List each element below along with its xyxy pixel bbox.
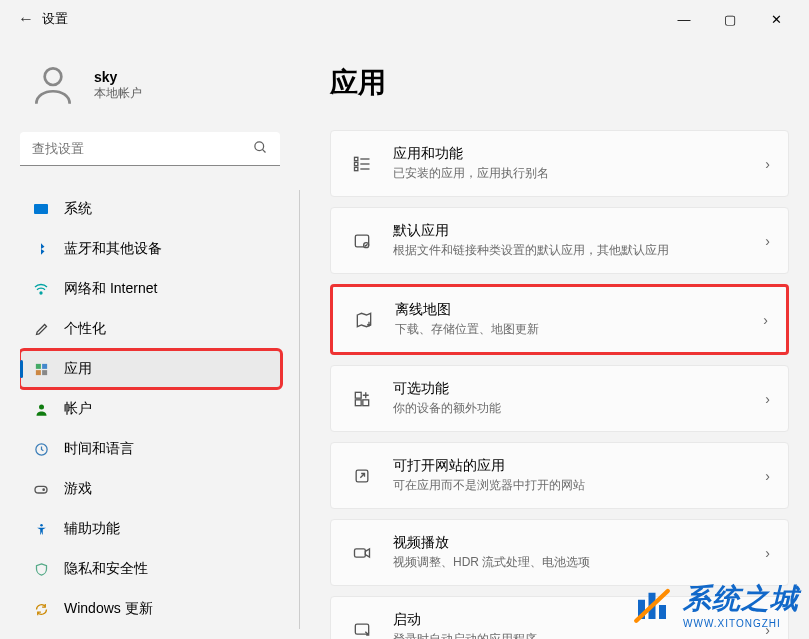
gamepad-icon	[32, 480, 50, 498]
sidebar-item-label: 游戏	[64, 480, 92, 498]
chevron-right-icon: ›	[765, 156, 770, 172]
sidebar-item-label: 帐户	[64, 400, 92, 418]
window-title: 设置	[42, 10, 68, 28]
card-sub: 可在应用而不是浏览器中打开的网站	[393, 477, 765, 494]
svg-rect-13	[355, 157, 358, 160]
card-optional-features[interactable]: 可选功能 你的设备的额外功能 ›	[330, 365, 789, 432]
sidebar-item-gaming[interactable]: 游戏	[20, 470, 281, 508]
svg-point-1	[255, 141, 264, 150]
svg-point-11	[43, 489, 44, 490]
sidebar-item-personalization[interactable]: 个性化	[20, 310, 281, 348]
sidebar-item-bluetooth[interactable]: 蓝牙和其他设备	[20, 230, 281, 268]
brush-icon	[32, 320, 50, 338]
chevron-right-icon: ›	[765, 233, 770, 249]
svg-rect-10	[35, 486, 47, 493]
map-download-icon	[351, 310, 377, 330]
bluetooth-icon	[32, 240, 50, 258]
svg-point-8	[39, 404, 44, 409]
card-title: 启动	[393, 611, 765, 629]
sidebar-item-label: 系统	[64, 200, 92, 218]
card-video-playback[interactable]: 视频播放 视频调整、HDR 流式处理、电池选项 ›	[330, 519, 789, 586]
sidebar-item-label: 网络和 Internet	[64, 280, 157, 298]
close-button[interactable]: ✕	[753, 4, 799, 34]
sidebar: sky 本地帐户 系统 蓝牙和其他设备	[0, 38, 300, 639]
wifi-icon	[32, 280, 50, 298]
card-website-apps[interactable]: 可打开网站的应用 可在应用而不是浏览器中打开的网站 ›	[330, 442, 789, 509]
display-icon	[32, 200, 50, 218]
sidebar-item-accessibility[interactable]: 辅助功能	[20, 510, 281, 548]
sidebar-item-network[interactable]: 网络和 Internet	[20, 270, 281, 308]
card-list: 应用和功能 已安装的应用，应用执行别名 › 默认应用 根据文件和链接种类设置的默…	[330, 130, 789, 639]
svg-point-12	[40, 523, 43, 526]
sidebar-item-label: 时间和语言	[64, 440, 134, 458]
main-content: 应用 应用和功能 已安装的应用，应用执行别名 › 默认应用 根据文件和链接种类	[300, 38, 809, 639]
svg-rect-23	[363, 399, 369, 405]
svg-rect-15	[355, 162, 358, 165]
chevron-right-icon: ›	[763, 312, 768, 328]
shield-icon	[32, 560, 50, 578]
chevron-right-icon: ›	[765, 622, 770, 638]
sidebar-item-apps[interactable]: 应用	[20, 350, 281, 388]
svg-rect-17	[355, 167, 358, 170]
sidebar-item-label: Windows 更新	[64, 600, 153, 618]
card-sub: 你的设备的额外功能	[393, 400, 765, 417]
card-offline-maps[interactable]: 离线地图 下载、存储位置、地图更新 ›	[330, 284, 789, 355]
page-title: 应用	[330, 64, 789, 102]
search-icon	[253, 140, 268, 158]
card-startup[interactable]: 启动 登录时自动启动的应用程序 ›	[330, 596, 789, 639]
sidebar-item-system[interactable]: 系统	[20, 190, 281, 228]
svg-point-3	[40, 292, 42, 294]
back-button[interactable]: ←	[10, 10, 42, 28]
svg-rect-25	[355, 548, 366, 556]
card-title: 离线地图	[395, 301, 763, 319]
sidebar-item-label: 辅助功能	[64, 520, 120, 538]
sidebar-item-label: 蓝牙和其他设备	[64, 240, 162, 258]
card-apps-features[interactable]: 应用和功能 已安装的应用，应用执行别名 ›	[330, 130, 789, 197]
titlebar: ← 设置 — ▢ ✕	[0, 0, 809, 38]
maximize-button[interactable]: ▢	[707, 4, 753, 34]
svg-rect-22	[355, 399, 361, 405]
search-box[interactable]	[20, 132, 280, 166]
nav-list: 系统 蓝牙和其他设备 网络和 Internet 个性化	[20, 190, 300, 629]
sidebar-item-label: 隐私和安全性	[64, 560, 148, 578]
svg-line-2	[262, 149, 265, 152]
svg-rect-6	[35, 370, 40, 375]
sidebar-item-privacy[interactable]: 隐私和安全性	[20, 550, 281, 588]
sidebar-item-time[interactable]: 时间和语言	[20, 430, 281, 468]
avatar	[26, 58, 80, 112]
video-icon	[349, 543, 375, 563]
chevron-right-icon: ›	[765, 545, 770, 561]
card-sub: 登录时自动启动的应用程序	[393, 631, 765, 639]
card-sub: 已安装的应用，应用执行别名	[393, 165, 765, 182]
card-sub: 根据文件和链接种类设置的默认应用，其他默认应用	[393, 242, 765, 259]
card-sub: 下载、存储位置、地图更新	[395, 321, 763, 338]
card-title: 默认应用	[393, 222, 765, 240]
profile[interactable]: sky 本地帐户	[20, 48, 300, 132]
add-feature-icon	[349, 389, 375, 409]
chevron-right-icon: ›	[765, 391, 770, 407]
window-controls: — ▢ ✕	[661, 4, 799, 34]
list-icon	[349, 154, 375, 174]
open-external-icon	[349, 466, 375, 486]
username: sky	[94, 69, 142, 85]
card-title: 视频播放	[393, 534, 765, 552]
card-title: 应用和功能	[393, 145, 765, 163]
sidebar-item-label: 应用	[64, 360, 92, 378]
card-sub: 视频调整、HDR 流式处理、电池选项	[393, 554, 765, 571]
chevron-right-icon: ›	[765, 468, 770, 484]
card-default-apps[interactable]: 默认应用 根据文件和链接种类设置的默认应用，其他默认应用 ›	[330, 207, 789, 274]
clock-globe-icon	[32, 440, 50, 458]
search-input[interactable]	[32, 141, 253, 156]
startup-icon	[349, 620, 375, 640]
person-icon	[32, 400, 50, 418]
sidebar-item-update[interactable]: Windows 更新	[20, 590, 281, 628]
default-apps-icon	[349, 231, 375, 251]
minimize-button[interactable]: —	[661, 4, 707, 34]
svg-point-0	[45, 68, 62, 85]
svg-rect-7	[42, 370, 47, 375]
card-title: 可选功能	[393, 380, 765, 398]
svg-rect-21	[355, 392, 361, 398]
sidebar-item-label: 个性化	[64, 320, 106, 338]
sidebar-item-accounts[interactable]: 帐户	[20, 390, 281, 428]
card-title: 可打开网站的应用	[393, 457, 765, 475]
